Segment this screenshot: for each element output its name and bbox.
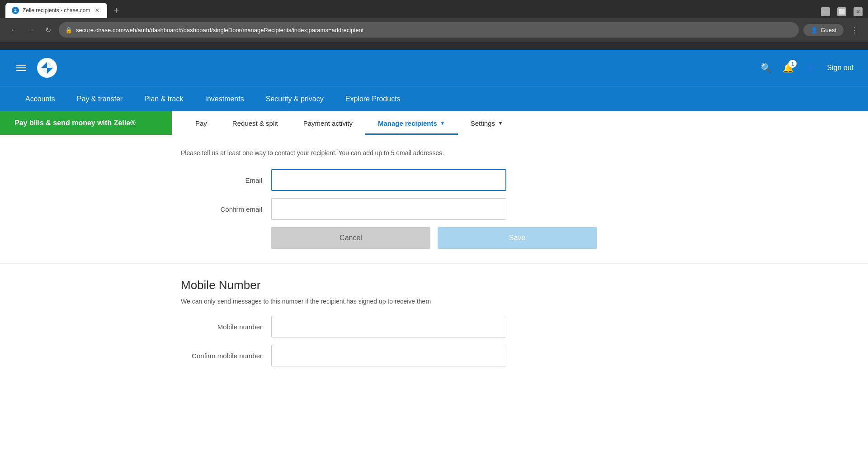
tab-bar: Z Zelle recipients - chase.com ✕ + — ⬜ ✕: [0, 0, 868, 18]
forward-button[interactable]: →: [24, 24, 37, 36]
sign-out-button[interactable]: Sign out: [827, 64, 854, 72]
close-button[interactable]: ✕: [854, 7, 863, 16]
nav-investments[interactable]: Investments: [194, 86, 255, 111]
nav-pay-transfer[interactable]: Pay & transfer: [66, 86, 133, 111]
manage-recipients-label: Manage recipients: [378, 119, 437, 127]
browser-chrome: Z Zelle recipients - chase.com ✕ + — ⬜ ✕…: [0, 0, 868, 50]
tab-pay[interactable]: Pay: [183, 111, 220, 135]
svg-marker-2: [41, 68, 47, 74]
mobile-number-input[interactable]: [271, 316, 506, 337]
confirm-mobile-label: Confirm mobile number: [181, 352, 271, 360]
maximize-button[interactable]: ⬜: [837, 7, 846, 16]
chase-header: 🔍 🔔 1 👤 Sign out: [0, 50, 868, 86]
minimize-button[interactable]: —: [821, 7, 830, 16]
email-info-text: Please tell us at least one way to conta…: [181, 149, 687, 157]
zelle-tabs: Pay Request & split Payment activity Man…: [172, 111, 868, 135]
mobile-number-label: Mobile number: [181, 323, 271, 331]
hamburger-line: [16, 70, 26, 71]
main-nav: Accounts Pay & transfer Plan & track Inv…: [0, 86, 868, 111]
settings-tab-content: Settings ▼: [471, 119, 503, 127]
back-button[interactable]: ←: [7, 24, 20, 36]
confirm-email-input[interactable]: [271, 198, 506, 220]
mobile-section-info: We can only send messages to this number…: [181, 298, 687, 305]
hamburger-menu-button[interactable]: [14, 63, 28, 73]
zelle-label: Pay bills & send money with Zelle®: [0, 111, 172, 135]
tab-favicon: Z: [12, 7, 19, 14]
notification-badge: 1: [788, 60, 797, 68]
chase-logo[interactable]: [37, 58, 57, 78]
svg-marker-1: [47, 62, 53, 68]
nav-accounts[interactable]: Accounts: [14, 86, 66, 111]
nav-explore-products[interactable]: Explore Products: [335, 86, 411, 111]
tab-settings[interactable]: Settings ▼: [458, 111, 516, 135]
main-content: Please tell us at least one way to conta…: [0, 135, 868, 415]
header-right: 🔍 🔔 1 👤 Sign out: [760, 62, 854, 73]
notifications-button[interactable]: 🔔 1: [783, 62, 794, 73]
tab-manage-recipients[interactable]: Manage recipients ▼: [365, 111, 458, 135]
mobile-section-title: Mobile Number: [181, 278, 687, 292]
guest-label: Guest: [821, 27, 836, 33]
email-row: Email: [181, 169, 687, 191]
email-form-section: Please tell us at least one way to conta…: [0, 149, 868, 249]
email-label: Email: [181, 176, 271, 184]
address-bar[interactable]: 🔒 secure.chase.com/web/auth/dashboard#/d…: [59, 22, 799, 38]
zelle-bar: Pay bills & send money with Zelle® Pay R…: [0, 111, 868, 135]
manage-recipients-dropdown-icon: ▼: [440, 120, 445, 126]
mobile-section: Mobile Number We can only send messages …: [0, 263, 868, 366]
confirm-email-label: Confirm email: [181, 205, 271, 213]
search-icon: 🔍: [760, 63, 772, 73]
settings-label: Settings: [471, 119, 495, 127]
manage-recipients-tab-content: Manage recipients ▼: [378, 119, 445, 127]
email-input[interactable]: [271, 169, 506, 191]
hamburger-line: [16, 65, 26, 66]
active-tab[interactable]: Z Zelle recipients - chase.com ✕: [5, 3, 107, 18]
account-button[interactable]: 👤: [805, 62, 816, 73]
confirm-email-row: Confirm email: [181, 198, 687, 220]
browser-menu-button[interactable]: ⋮: [848, 24, 861, 36]
tab-close-button[interactable]: ✕: [94, 7, 101, 14]
url-text: secure.chase.com/web/auth/dashboard#/das…: [76, 27, 793, 33]
tab-request-split[interactable]: Request & split: [220, 111, 291, 135]
save-button[interactable]: Save: [438, 227, 597, 249]
new-tab-button[interactable]: +: [110, 4, 123, 17]
security-lock-icon: 🔒: [65, 27, 72, 33]
nav-security-privacy[interactable]: Security & privacy: [255, 86, 335, 111]
guest-icon: 👤: [811, 27, 818, 33]
guest-profile-button[interactable]: 👤 Guest: [803, 24, 844, 36]
toolbar-row: ← → ↻ 🔒 secure.chase.com/web/auth/dashbo…: [0, 18, 868, 42]
search-button[interactable]: 🔍: [760, 62, 772, 73]
header-left: [14, 58, 57, 78]
tab-payment-activity[interactable]: Payment activity: [291, 111, 365, 135]
mobile-number-row: Mobile number: [181, 316, 687, 337]
nav-plan-track[interactable]: Plan & track: [133, 86, 194, 111]
refresh-button[interactable]: ↻: [42, 24, 54, 36]
confirm-mobile-input[interactable]: [271, 345, 506, 366]
cancel-button[interactable]: Cancel: [271, 227, 430, 249]
hamburger-line: [16, 67, 26, 68]
form-buttons: Cancel Save: [271, 227, 597, 249]
confirm-mobile-row: Confirm mobile number: [181, 345, 687, 366]
chase-logo-svg: [40, 61, 54, 75]
user-icon: 👤: [805, 63, 816, 73]
settings-dropdown-icon: ▼: [498, 120, 503, 126]
tab-title: Zelle recipients - chase.com: [23, 7, 90, 14]
zelle-label-text: Pay bills & send money with Zelle®: [14, 119, 136, 127]
